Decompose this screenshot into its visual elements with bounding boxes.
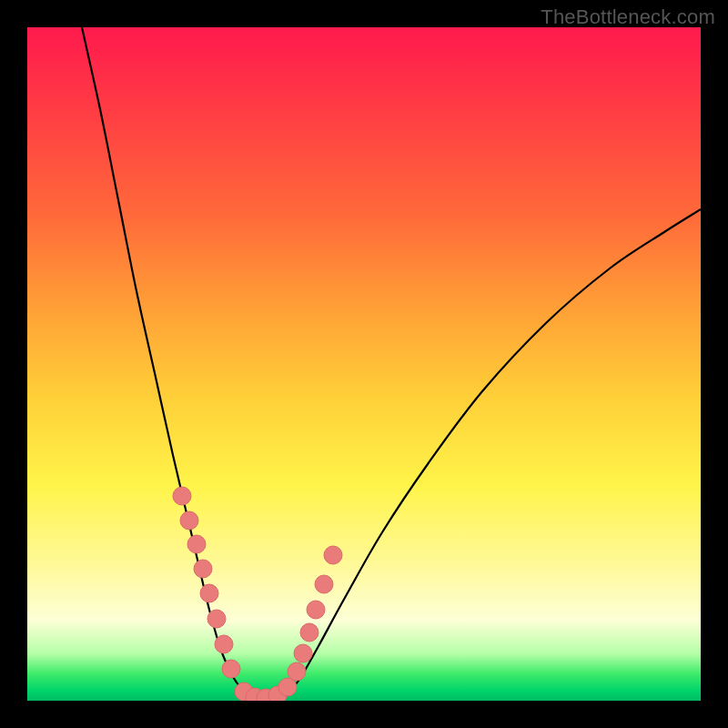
marker-dot bbox=[194, 560, 212, 578]
plot-area bbox=[27, 27, 701, 701]
left-curve-path bbox=[82, 27, 250, 696]
curve-layer bbox=[27, 27, 701, 701]
marker-dot bbox=[215, 635, 233, 653]
marker-dot bbox=[307, 601, 325, 619]
marker-dot bbox=[200, 584, 218, 602]
marker-dot bbox=[173, 487, 191, 505]
marker-dot bbox=[207, 610, 226, 628]
right-curve-path bbox=[287, 209, 701, 695]
marker-dot bbox=[187, 535, 206, 553]
marker-dot bbox=[222, 660, 240, 678]
marker-group bbox=[173, 487, 342, 701]
marker-dot bbox=[294, 644, 312, 662]
chart-stage: TheBottleneck.com bbox=[0, 0, 728, 728]
marker-dot bbox=[300, 623, 318, 642]
marker-dot bbox=[315, 575, 333, 593]
marker-dot bbox=[324, 546, 342, 564]
marker-dot bbox=[180, 511, 198, 530]
marker-dot bbox=[288, 662, 306, 681]
watermark-text: TheBottleneck.com bbox=[541, 5, 715, 29]
